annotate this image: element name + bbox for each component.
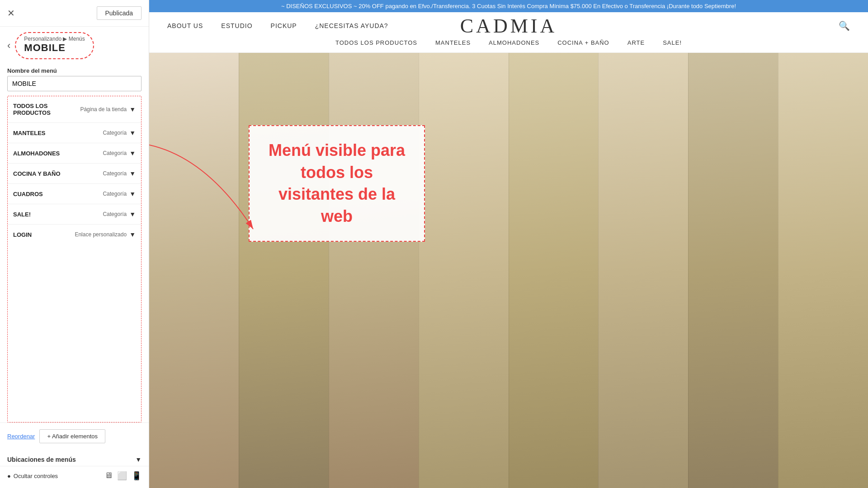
fabric-strip-4 bbox=[419, 53, 509, 488]
panel-footer: ● Ocultar controles 🖥 ⬜ 📱 bbox=[0, 466, 149, 488]
menu-locations-label: Ubicaciones de menús bbox=[7, 456, 76, 463]
menu-item-name: MANTELES bbox=[13, 130, 103, 136]
breadcrumb-area: ‹ Personalizando ▶ Menús MOBILE bbox=[0, 27, 149, 63]
menu-item-name: COCINA Y BAÑO bbox=[13, 170, 103, 177]
site-preview: ~ DISEÑOS EXCLUSIVOS ~ 20% OFF pagando e… bbox=[149, 0, 868, 488]
reorder-button[interactable]: Reordenar bbox=[7, 429, 35, 443]
nav-necesitas-ayuda[interactable]: ¿NECESITAS AYUDA? bbox=[315, 22, 388, 29]
dropdown-arrow-icon: ▼ bbox=[129, 170, 136, 177]
nav-estudio[interactable]: ESTUDIO bbox=[221, 22, 252, 29]
tablet-icon[interactable]: ⬜ bbox=[117, 471, 127, 481]
nav-manteles[interactable]: MANTELES bbox=[435, 39, 471, 46]
breadcrumb-title: MOBILE bbox=[24, 42, 85, 54]
menu-item-type: Enlace personalizado bbox=[75, 231, 127, 238]
menu-item-row[interactable]: SALE! Categoría ▼ bbox=[8, 204, 141, 225]
fabric-strip-8 bbox=[778, 53, 868, 488]
breadcrumb-dashed-outline: Personalizando ▶ Menús MOBILE bbox=[15, 32, 94, 59]
menu-item-type: Página de la tienda bbox=[80, 106, 127, 113]
nav-pickup[interactable]: PICKUP bbox=[271, 22, 297, 29]
fabric-strip-5 bbox=[509, 53, 599, 488]
menu-item-row[interactable]: LOGIN Enlace personalizado ▼ bbox=[8, 225, 141, 244]
menu-item-type: Categoría bbox=[103, 150, 127, 156]
mobile-icon[interactable]: 📱 bbox=[132, 471, 142, 481]
menu-item-type: Categoría bbox=[103, 130, 127, 136]
fabric-strip-6 bbox=[598, 53, 688, 488]
menu-item-type: Categoría bbox=[103, 191, 127, 197]
nav-cocina-bano[interactable]: COCINA + BAÑO bbox=[557, 39, 609, 46]
nav-almohadones[interactable]: ALMOHADONES bbox=[489, 39, 539, 46]
menu-item-row[interactable]: MANTELES Categoría ▼ bbox=[8, 123, 141, 143]
fabric-strip-7 bbox=[688, 53, 778, 488]
nav-todos-productos[interactable]: TODOS LOS PRODUCTOS bbox=[335, 39, 417, 46]
announcement-text: ~ DISEÑOS EXCLUSIVOS ~ 20% OFF pagando e… bbox=[281, 3, 736, 9]
menu-item-name: LOGIN bbox=[13, 231, 75, 238]
back-button[interactable]: ‹ bbox=[7, 40, 10, 52]
announcement-bar: ~ DISEÑOS EXCLUSIVOS ~ 20% OFF pagando e… bbox=[149, 0, 868, 12]
menu-item-name: CUADROS bbox=[13, 191, 103, 197]
fabric-background bbox=[149, 53, 868, 488]
site-bottom-navigation: TODOS LOS PRODUCTOS MANTELES ALMOHADONES… bbox=[167, 35, 850, 52]
dropdown-arrow-icon: ▼ bbox=[129, 150, 136, 157]
menu-items-list: TODOS LOSPRODUCTOS Página de la tienda ▼… bbox=[7, 96, 142, 422]
menu-item-row[interactable]: CUADROS Categoría ▼ bbox=[8, 184, 141, 204]
menu-item-name: ALMOHADONES bbox=[13, 150, 103, 157]
field-label: Nombre del menú bbox=[0, 63, 149, 76]
circle-icon: ● bbox=[7, 473, 11, 479]
published-button[interactable]: Publicada bbox=[97, 6, 142, 20]
top-navigation: ABOUT US ESTUDIO PICKUP ¿NECESITAS AYUDA… bbox=[167, 22, 388, 29]
dropdown-arrow-icon: ▼ bbox=[129, 190, 136, 197]
menu-item-type: Categoría bbox=[103, 170, 127, 177]
menu-name-input[interactable] bbox=[7, 76, 142, 91]
breadcrumb-text: Personalizando ▶ Menús bbox=[24, 36, 85, 42]
left-panel: ✕ Publicada ‹ Personalizando ▶ Menús MOB… bbox=[0, 0, 149, 488]
nav-arte[interactable]: ARTE bbox=[627, 39, 645, 46]
fabric-strip-1 bbox=[149, 53, 239, 488]
header-right: 🔍 bbox=[839, 20, 850, 31]
fabric-strip-2 bbox=[239, 53, 329, 488]
nav-about-us[interactable]: ABOUT US bbox=[167, 22, 203, 29]
nav-sale[interactable]: SALE! bbox=[663, 39, 682, 46]
hide-controls-toggle[interactable]: ● Ocultar controles bbox=[7, 473, 58, 479]
add-elements-button[interactable]: + Añadir elementos bbox=[39, 429, 105, 443]
hero-area: Menú visible para todos los visitantes d… bbox=[149, 53, 868, 488]
site-logo: CADMIA bbox=[460, 14, 557, 38]
dropdown-arrow-icon: ▼ bbox=[129, 231, 136, 238]
panel-top-bar: ✕ Publicada bbox=[0, 0, 149, 27]
dropdown-arrow-icon: ▼ bbox=[129, 106, 136, 113]
annotation-text: Menú visible para todos los visitantes d… bbox=[269, 141, 405, 225]
menu-item-row[interactable]: ALMOHADONES Categoría ▼ bbox=[8, 143, 141, 164]
expand-arrow-icon: ▼ bbox=[135, 456, 142, 463]
site-header-top: ABOUT US ESTUDIO PICKUP ¿NECESITAS AYUDA… bbox=[167, 12, 850, 35]
menu-item-name: SALE! bbox=[13, 211, 103, 218]
dropdown-arrow-icon: ▼ bbox=[129, 211, 136, 218]
device-icons-group: 🖥 ⬜ 📱 bbox=[104, 471, 142, 481]
menu-item-type: Categoría bbox=[103, 211, 127, 217]
site-header: ABOUT US ESTUDIO PICKUP ¿NECESITAS AYUDA… bbox=[149, 12, 868, 53]
dropdown-arrow-icon: ▼ bbox=[129, 129, 136, 136]
menu-locations-section[interactable]: Ubicaciones de menús ▼ bbox=[0, 450, 149, 466]
menu-item-row[interactable]: TODOS LOSPRODUCTOS Página de la tienda ▼ bbox=[8, 96, 141, 123]
annotation-box: Menú visible para todos los visitantes d… bbox=[249, 125, 425, 242]
menu-item-name: TODOS LOSPRODUCTOS bbox=[13, 103, 80, 116]
menu-item-row[interactable]: COCINA Y BAÑO Categoría ▼ bbox=[8, 164, 141, 184]
close-button[interactable]: ✕ bbox=[7, 8, 15, 19]
desktop-icon[interactable]: 🖥 bbox=[104, 471, 113, 481]
panel-bottom-actions: Reordenar + Añadir elementos bbox=[0, 422, 149, 450]
search-button[interactable]: 🔍 bbox=[839, 20, 850, 31]
hide-controls-label: Ocultar controles bbox=[14, 473, 58, 479]
fabric-strip-3 bbox=[329, 53, 419, 488]
